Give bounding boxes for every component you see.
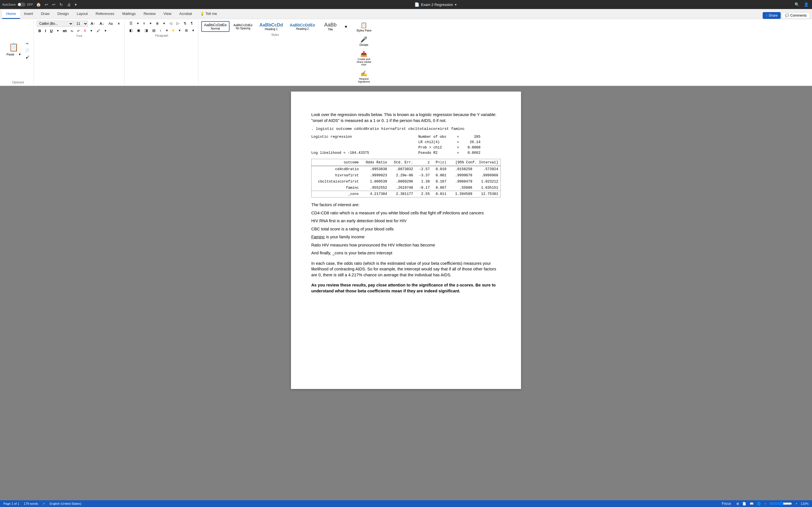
style-no-spacing[interactable]: AaBbCcDdEe No Spacing [231,22,255,32]
align-left-button[interactable]: ◧ [128,27,135,34]
multilevel-button[interactable]: ≣ [154,20,161,26]
shading-dropdown[interactable]: ▾ [177,27,183,34]
highlight-dropdown[interactable]: ▾ [103,27,108,34]
multilevel-dropdown[interactable]: ▾ [161,20,167,26]
share-label: Share [769,13,777,17]
tab-references[interactable]: References [92,10,118,19]
redo-icon[interactable]: ↻ [58,2,64,7]
read-mode-icon[interactable]: 📖 [750,502,754,506]
tab-layout[interactable]: Layout [73,10,92,19]
style-title[interactable]: AaBb Title [319,20,342,33]
sort-button[interactable]: ⇅ [182,20,188,26]
tab-view[interactable]: View [160,10,175,19]
styles-pane-button[interactable]: 📋 Styles Pane [354,20,374,34]
paste-button[interactable]: Paste [4,52,16,57]
strikethrough-button[interactable]: ab [61,28,68,34]
ci-lo-cd4: .0158258 [449,166,474,172]
share-button[interactable]: ↑ Share [763,12,781,19]
pilcrow-button[interactable]: ¶ [189,20,195,26]
search-icon[interactable]: 🔍 [794,2,801,7]
status-bar: Page 1 of 1 179 words ✓ English (United … [0,500,812,507]
factor-cons: And finally, _cons is your beta-zero int… [311,250,501,256]
border-button[interactable]: ⊞ [183,27,190,34]
signatures-label: Request Signatures [356,77,372,83]
shading-button[interactable]: ■ [170,27,176,34]
font-size-select[interactable]: 11 [74,20,88,27]
document-page[interactable]: Look over the regression results below. … [291,92,521,389]
align-right-button[interactable]: ◨ [143,27,150,34]
dictate-button[interactable]: 🎤 Dictate [357,35,371,48]
col-ci: [95% Conf. Interval] [449,159,500,166]
font-group: Calibri (Bo... 11 A↑ A↓ Aa ✕ B I U ▾ ab [35,20,124,84]
tab-review[interactable]: Review [140,10,160,19]
align-center-button[interactable]: ▣ [135,27,142,34]
page-info: Page 1 of 1 [3,502,19,505]
web-layout-icon[interactable]: 🌐 [757,502,761,506]
comments-button[interactable]: 💬 Comments [782,12,810,19]
increase-font-button[interactable]: A↑ [89,20,97,27]
subscript-button[interactable]: x₂ [69,29,75,33]
print-layout-icon[interactable]: 📄 [742,502,746,506]
font-color-button[interactable]: A [82,27,88,34]
italic-button[interactable]: I [43,28,48,34]
bullets-dropdown[interactable]: ▾ [135,20,141,26]
increase-indent-button[interactable]: ▷ [174,20,181,26]
superscript-button[interactable]: x² [75,29,81,33]
home-icon[interactable]: 🏠 [35,2,42,7]
line-spacing-button[interactable]: ↕ [158,27,163,34]
autosave-toggle[interactable] [17,3,26,6]
clear-format-button[interactable]: ✕ [115,20,122,27]
print-icon[interactable]: 🖨 [66,2,72,7]
undo-icon[interactable]: ↩ [44,2,49,7]
tab-tell-me[interactable]: 💡Tell me [196,10,221,19]
line-spacing-dropdown[interactable]: ▾ [164,27,170,34]
decrease-indent-button[interactable]: ◁ [167,20,174,26]
numbering-dropdown[interactable]: ▾ [148,20,153,26]
undo2-icon[interactable]: ↩ [51,2,57,7]
styles-group: AaBbCcDdEe Normal AaBbCcDdEe No Spacing … [199,20,351,84]
stata-command: . logistic outcome cd4cd8ratio hivrnafir… [311,126,501,132]
create-share-pdf-button[interactable]: 📤 Create and Share Adobe PDF [353,49,375,68]
underline-button[interactable]: U [48,28,54,34]
decrease-font-button[interactable]: A↓ [98,20,106,27]
copy-button[interactable]: 📄 [23,47,31,54]
tab-mailings[interactable]: Mailings [118,10,140,19]
ci-lo-hiv: .9999878 [449,172,474,179]
highlight-button[interactable]: 🖊 [95,27,102,34]
bold-button[interactable]: B [37,28,43,34]
clipboard-secondary: ✂ 📄 🖌 [23,41,31,60]
format-painter-button[interactable]: 🖌 [23,54,31,60]
paste-dropdown[interactable]: ▾ [17,51,22,57]
zoom-slider[interactable] [769,501,792,506]
tab-draw[interactable]: Draw [37,10,53,19]
proofread-icon[interactable]: ✓ [43,502,45,506]
more-icon[interactable]: ▾ [73,2,78,7]
font-family-select[interactable]: Calibri (Bo... [37,20,73,27]
ribbon-content: 📋 Paste ▾ ✂ 📄 🖌 Clipboard [0,19,812,86]
regression-header-block: Logistic regression Number of obs = 285 … [311,134,501,156]
underline-dropdown[interactable]: ▾ [55,27,61,34]
style-heading2[interactable]: AaBbCcDdEe Heading 2 [287,21,318,32]
tab-home[interactable]: Home [2,10,20,19]
font-controls: Calibri (Bo... 11 A↑ A↓ Aa ✕ B I U ▾ ab [37,20,122,34]
numbering-button[interactable]: ≡ [141,20,147,26]
focus-button[interactable]: Focus [720,501,733,507]
tab-acrobat[interactable]: Acrobat [175,10,196,19]
request-signatures-button[interactable]: ✍ Request Signatures [353,69,375,84]
justify-button[interactable]: ▤ [150,27,157,34]
doc-title: Exam 2 Regression [421,3,453,7]
bullets-button[interactable]: ☰ [128,20,135,26]
profile-icon[interactable]: 👤 [803,2,810,7]
styles-more-button[interactable]: ▾ [343,23,349,31]
border-dropdown[interactable]: ▾ [190,27,196,34]
tab-insert[interactable]: Insert [20,10,37,19]
style-heading1[interactable]: AaBbCcDd Heading 1 [257,21,286,33]
cut-button[interactable]: ✂ [23,41,31,47]
tab-design[interactable]: Design [54,10,73,19]
change-case-button[interactable]: Aa [107,20,115,27]
font-color-dropdown[interactable]: ▾ [89,27,94,34]
zoom-in-button[interactable]: + [795,502,797,505]
style-normal[interactable]: AaBbCcDdEe Normal [201,21,230,32]
layout-icon[interactable]: ⊞ [737,502,739,506]
zoom-out-button[interactable]: − [764,502,766,505]
